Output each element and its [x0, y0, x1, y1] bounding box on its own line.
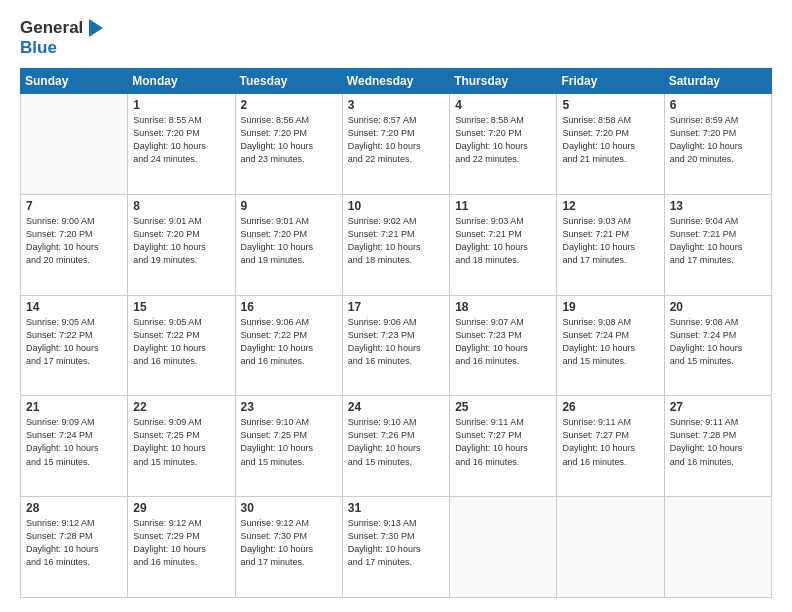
day-number: 27	[670, 400, 766, 414]
calendar-cell: 30Sunrise: 9:12 AM Sunset: 7:30 PM Dayli…	[235, 497, 342, 598]
day-number: 2	[241, 98, 337, 112]
day-number: 7	[26, 199, 122, 213]
day-info: Sunrise: 9:13 AM Sunset: 7:30 PM Dayligh…	[348, 517, 444, 569]
day-number: 5	[562, 98, 658, 112]
day-number: 28	[26, 501, 122, 515]
day-number: 9	[241, 199, 337, 213]
day-number: 3	[348, 98, 444, 112]
day-number: 21	[26, 400, 122, 414]
header: General Blue	[20, 18, 772, 58]
day-info: Sunrise: 9:06 AM Sunset: 7:22 PM Dayligh…	[241, 316, 337, 368]
day-info: Sunrise: 9:01 AM Sunset: 7:20 PM Dayligh…	[241, 215, 337, 267]
calendar-cell	[21, 94, 128, 195]
weekday-header-thursday: Thursday	[450, 69, 557, 94]
logo: General Blue	[20, 18, 103, 58]
calendar-cell: 20Sunrise: 9:08 AM Sunset: 7:24 PM Dayli…	[664, 295, 771, 396]
day-info: Sunrise: 9:01 AM Sunset: 7:20 PM Dayligh…	[133, 215, 229, 267]
calendar-cell: 28Sunrise: 9:12 AM Sunset: 7:28 PM Dayli…	[21, 497, 128, 598]
weekday-header-wednesday: Wednesday	[342, 69, 449, 94]
day-number: 17	[348, 300, 444, 314]
day-number: 8	[133, 199, 229, 213]
logo-triangle-icon	[85, 19, 103, 37]
svg-marker-0	[89, 19, 103, 37]
day-number: 13	[670, 199, 766, 213]
logo-general-text: General	[20, 18, 83, 38]
calendar-cell: 11Sunrise: 9:03 AM Sunset: 7:21 PM Dayli…	[450, 194, 557, 295]
weekday-header-saturday: Saturday	[664, 69, 771, 94]
day-number: 29	[133, 501, 229, 515]
weekday-header-row: SundayMondayTuesdayWednesdayThursdayFrid…	[21, 69, 772, 94]
day-number: 11	[455, 199, 551, 213]
day-number: 10	[348, 199, 444, 213]
logo-blue-text: Blue	[20, 38, 103, 58]
calendar-table: SundayMondayTuesdayWednesdayThursdayFrid…	[20, 68, 772, 598]
weekday-header-friday: Friday	[557, 69, 664, 94]
day-info: Sunrise: 8:56 AM Sunset: 7:20 PM Dayligh…	[241, 114, 337, 166]
calendar-cell: 2Sunrise: 8:56 AM Sunset: 7:20 PM Daylig…	[235, 94, 342, 195]
day-info: Sunrise: 9:07 AM Sunset: 7:23 PM Dayligh…	[455, 316, 551, 368]
day-info: Sunrise: 8:58 AM Sunset: 7:20 PM Dayligh…	[562, 114, 658, 166]
day-info: Sunrise: 9:03 AM Sunset: 7:21 PM Dayligh…	[455, 215, 551, 267]
day-number: 20	[670, 300, 766, 314]
day-info: Sunrise: 9:05 AM Sunset: 7:22 PM Dayligh…	[26, 316, 122, 368]
day-number: 31	[348, 501, 444, 515]
calendar-cell	[450, 497, 557, 598]
weekday-header-tuesday: Tuesday	[235, 69, 342, 94]
calendar-cell: 10Sunrise: 9:02 AM Sunset: 7:21 PM Dayli…	[342, 194, 449, 295]
day-info: Sunrise: 9:09 AM Sunset: 7:24 PM Dayligh…	[26, 416, 122, 468]
calendar-cell: 26Sunrise: 9:11 AM Sunset: 7:27 PM Dayli…	[557, 396, 664, 497]
day-info: Sunrise: 8:57 AM Sunset: 7:20 PM Dayligh…	[348, 114, 444, 166]
day-info: Sunrise: 9:00 AM Sunset: 7:20 PM Dayligh…	[26, 215, 122, 267]
calendar-cell	[664, 497, 771, 598]
day-info: Sunrise: 9:08 AM Sunset: 7:24 PM Dayligh…	[670, 316, 766, 368]
day-number: 1	[133, 98, 229, 112]
day-info: Sunrise: 9:03 AM Sunset: 7:21 PM Dayligh…	[562, 215, 658, 267]
calendar-week-row: 28Sunrise: 9:12 AM Sunset: 7:28 PM Dayli…	[21, 497, 772, 598]
day-number: 12	[562, 199, 658, 213]
calendar-cell: 21Sunrise: 9:09 AM Sunset: 7:24 PM Dayli…	[21, 396, 128, 497]
calendar-week-row: 14Sunrise: 9:05 AM Sunset: 7:22 PM Dayli…	[21, 295, 772, 396]
calendar-cell: 3Sunrise: 8:57 AM Sunset: 7:20 PM Daylig…	[342, 94, 449, 195]
day-info: Sunrise: 9:05 AM Sunset: 7:22 PM Dayligh…	[133, 316, 229, 368]
calendar-cell: 27Sunrise: 9:11 AM Sunset: 7:28 PM Dayli…	[664, 396, 771, 497]
calendar-cell: 8Sunrise: 9:01 AM Sunset: 7:20 PM Daylig…	[128, 194, 235, 295]
day-number: 23	[241, 400, 337, 414]
day-info: Sunrise: 9:11 AM Sunset: 7:27 PM Dayligh…	[562, 416, 658, 468]
day-number: 19	[562, 300, 658, 314]
day-info: Sunrise: 9:12 AM Sunset: 7:30 PM Dayligh…	[241, 517, 337, 569]
day-number: 26	[562, 400, 658, 414]
calendar-cell: 6Sunrise: 8:59 AM Sunset: 7:20 PM Daylig…	[664, 94, 771, 195]
day-number: 24	[348, 400, 444, 414]
day-info: Sunrise: 9:10 AM Sunset: 7:26 PM Dayligh…	[348, 416, 444, 468]
day-number: 4	[455, 98, 551, 112]
calendar-cell: 19Sunrise: 9:08 AM Sunset: 7:24 PM Dayli…	[557, 295, 664, 396]
page: General Blue SundayMondayTuesdayWednesda…	[0, 0, 792, 612]
day-number: 30	[241, 501, 337, 515]
calendar-cell: 22Sunrise: 9:09 AM Sunset: 7:25 PM Dayli…	[128, 396, 235, 497]
calendar-cell: 14Sunrise: 9:05 AM Sunset: 7:22 PM Dayli…	[21, 295, 128, 396]
day-number: 15	[133, 300, 229, 314]
day-info: Sunrise: 9:02 AM Sunset: 7:21 PM Dayligh…	[348, 215, 444, 267]
calendar-week-row: 1Sunrise: 8:55 AM Sunset: 7:20 PM Daylig…	[21, 94, 772, 195]
day-info: Sunrise: 9:11 AM Sunset: 7:27 PM Dayligh…	[455, 416, 551, 468]
calendar-cell: 5Sunrise: 8:58 AM Sunset: 7:20 PM Daylig…	[557, 94, 664, 195]
day-info: Sunrise: 9:08 AM Sunset: 7:24 PM Dayligh…	[562, 316, 658, 368]
day-info: Sunrise: 9:12 AM Sunset: 7:29 PM Dayligh…	[133, 517, 229, 569]
day-number: 25	[455, 400, 551, 414]
day-number: 18	[455, 300, 551, 314]
calendar-cell: 17Sunrise: 9:06 AM Sunset: 7:23 PM Dayli…	[342, 295, 449, 396]
day-info: Sunrise: 8:59 AM Sunset: 7:20 PM Dayligh…	[670, 114, 766, 166]
day-info: Sunrise: 8:55 AM Sunset: 7:20 PM Dayligh…	[133, 114, 229, 166]
day-info: Sunrise: 9:09 AM Sunset: 7:25 PM Dayligh…	[133, 416, 229, 468]
calendar-cell: 9Sunrise: 9:01 AM Sunset: 7:20 PM Daylig…	[235, 194, 342, 295]
calendar-cell: 18Sunrise: 9:07 AM Sunset: 7:23 PM Dayli…	[450, 295, 557, 396]
day-info: Sunrise: 9:11 AM Sunset: 7:28 PM Dayligh…	[670, 416, 766, 468]
calendar-cell: 25Sunrise: 9:11 AM Sunset: 7:27 PM Dayli…	[450, 396, 557, 497]
calendar-cell: 29Sunrise: 9:12 AM Sunset: 7:29 PM Dayli…	[128, 497, 235, 598]
calendar-cell: 23Sunrise: 9:10 AM Sunset: 7:25 PM Dayli…	[235, 396, 342, 497]
weekday-header-sunday: Sunday	[21, 69, 128, 94]
calendar-cell: 12Sunrise: 9:03 AM Sunset: 7:21 PM Dayli…	[557, 194, 664, 295]
calendar-cell: 1Sunrise: 8:55 AM Sunset: 7:20 PM Daylig…	[128, 94, 235, 195]
calendar-cell: 4Sunrise: 8:58 AM Sunset: 7:20 PM Daylig…	[450, 94, 557, 195]
day-info: Sunrise: 8:58 AM Sunset: 7:20 PM Dayligh…	[455, 114, 551, 166]
